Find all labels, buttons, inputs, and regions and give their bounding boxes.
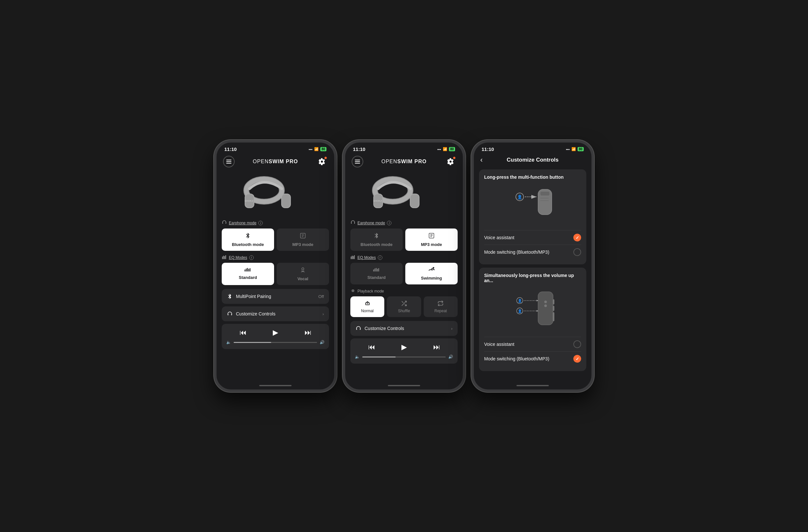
svg-rect-1 <box>226 161 232 162</box>
standard-eq-btn-2[interactable]: Standard <box>350 263 403 285</box>
mode-switching-radio-2[interactable] <box>573 355 581 363</box>
wifi-icon-1: 📶 <box>314 147 319 151</box>
svg-rect-15 <box>225 255 226 259</box>
earphone-mode-icon-1 <box>222 220 227 226</box>
svg-rect-39 <box>376 268 377 272</box>
earphone-mode-info-1[interactable]: i <box>258 221 263 225</box>
volume-track-1[interactable] <box>234 342 317 343</box>
volume-track-2[interactable] <box>362 356 446 357</box>
playback-area-2: ⏮ ▶ ⏭ 🔈 🔊 <box>350 338 458 364</box>
customize-icon-1 <box>227 311 233 317</box>
play-btn-2[interactable]: ▶ <box>401 343 407 351</box>
next-btn-2[interactable]: ⏭ <box>433 343 440 351</box>
signal-icon-1: ▪▪▪ <box>309 147 313 151</box>
svg-rect-33 <box>351 257 351 259</box>
bluetooth-mode-btn-2[interactable]: Bluetooth mode <box>350 228 403 251</box>
shuffle-playback-btn[interactable]: Shuffle <box>387 296 421 317</box>
customize-header: ‹ Customize Controls <box>474 153 591 167</box>
customize-arrow-1: › <box>323 312 324 316</box>
mode-buttons-1: Bluetooth mode ♪ MP3 mode <box>222 228 329 251</box>
normal-playback-btn[interactable]: Normal <box>350 296 384 317</box>
option-voice-assistant-1[interactable]: Voice assistant <box>484 230 581 245</box>
swimming-label-2: Swimming <box>421 276 442 280</box>
svg-rect-2 <box>226 163 232 164</box>
settings-btn-2[interactable] <box>445 156 456 167</box>
standard-eq-btn-1[interactable]: Standard <box>222 263 274 285</box>
playback-mode-text-2: Playback mode <box>357 289 384 293</box>
option-mode-switching-1[interactable]: Mode switching (Bluetooth/MP3) <box>484 245 581 259</box>
status-time-2: 11:10 <box>353 146 365 152</box>
repeat-playback-btn[interactable]: Repeat <box>424 296 458 317</box>
device-svg-2: 👤 👤 <box>507 287 558 332</box>
mode-switching-radio-1[interactable] <box>573 248 581 256</box>
menu-icon-1[interactable] <box>223 156 235 167</box>
phone-2-bezel: 11:10 ▪▪▪ 📶 80 <box>343 140 465 392</box>
volume-fill-2 <box>362 356 396 357</box>
settings-btn-1[interactable] <box>316 156 328 167</box>
voice-assistant-radio-1[interactable] <box>573 234 581 241</box>
home-indicator-2 <box>345 382 463 389</box>
prev-btn-1[interactable]: ⏮ <box>239 328 246 337</box>
customize-section-title-2: Simultaneously long-press the volume up … <box>484 273 581 283</box>
eq-modes-label-1: EQ Modes i <box>222 255 329 260</box>
next-btn-1[interactable]: ⏭ <box>305 328 312 337</box>
customize-controls-row-1[interactable]: Customize Controls › <box>222 307 329 321</box>
customize-controls-left-1: Customize Controls <box>227 311 275 317</box>
signal-icon-3: ▪▪▪ <box>566 147 570 151</box>
customize-arrow-2: › <box>451 326 453 331</box>
repeat-label: Repeat <box>434 309 447 313</box>
playback-controls-1: ⏮ ▶ ⏭ <box>226 328 325 337</box>
home-bar-3 <box>516 385 549 386</box>
phone-2-screen: 11:10 ▪▪▪ 📶 80 <box>345 143 463 389</box>
eq-modes-text-1[interactable]: EQ Modes <box>229 255 247 260</box>
status-icons-2: ▪▪▪ 📶 80 <box>437 147 455 151</box>
multipoint-pairing-left: MultiPoint Pairing <box>227 293 271 299</box>
svg-point-56 <box>544 300 547 303</box>
svg-rect-16 <box>245 270 245 272</box>
vocal-eq-btn-1[interactable]: Vocal <box>277 263 329 285</box>
phone-1-bezel: 11:10 ▪▪▪ 📶 80 <box>214 140 337 392</box>
customize-title: Customize Controls <box>492 157 573 163</box>
eq-modes-info-1[interactable]: i <box>249 255 254 260</box>
playback-area-1: ⏮ ▶ ⏭ 🔈 🔊 <box>222 324 329 349</box>
status-icons-1: ▪▪▪ 📶 80 <box>309 147 327 151</box>
swimming-eq-btn-2[interactable]: Swimming <box>405 263 458 285</box>
svg-point-21 <box>302 268 304 270</box>
svg-rect-0 <box>226 160 232 160</box>
option-voice-assistant-2[interactable]: Voice assistant <box>484 337 581 351</box>
prev-btn-2[interactable]: ⏮ <box>368 343 375 351</box>
svg-rect-19 <box>249 269 249 272</box>
volume-high-icon-1: 🔊 <box>320 340 325 345</box>
settings-icon-2 <box>447 158 454 165</box>
svg-rect-54 <box>553 306 554 311</box>
earphone-mode-text-1[interactable]: Earphone mode <box>229 221 256 225</box>
svg-rect-13 <box>223 256 224 259</box>
customize-controls-row-2[interactable]: Customize Controls › <box>350 321 458 336</box>
bluetooth-mode-label-2: Bluetooth mode <box>361 242 393 247</box>
svg-text:SHOKZ: SHOKZ <box>373 199 382 202</box>
earphone-mode-info-2[interactable]: i <box>387 221 391 225</box>
bluetooth-mode-btn-1[interactable]: Bluetooth mode <box>222 228 274 251</box>
svg-point-57 <box>544 305 547 307</box>
volume-fill-1 <box>234 342 271 343</box>
earphone-mode-label-2: Earphone mode i <box>350 220 458 226</box>
svg-rect-12 <box>222 257 223 259</box>
svg-text:👤: 👤 <box>518 299 522 303</box>
settings-notification-dot-2 <box>453 157 456 159</box>
mode-buttons-2: Bluetooth mode MP3 mode <box>350 228 458 251</box>
multipoint-pairing-row[interactable]: MultiPoint Pairing Off <box>222 289 329 304</box>
option-mode-switching-2[interactable]: Mode switching (Bluetooth/MP3) <box>484 351 581 366</box>
back-button[interactable]: ‹ <box>480 156 492 164</box>
device-image-1: 👤 <box>484 184 581 225</box>
play-btn-1[interactable]: ▶ <box>273 328 278 337</box>
mp3-mode-btn-2[interactable]: MP3 mode <box>405 228 458 251</box>
eq-modes-text-2[interactable]: EQ Modes <box>357 255 376 260</box>
vocal-icon-1 <box>300 267 306 275</box>
eq-modes-info-2[interactable]: i <box>378 255 382 260</box>
voice-assistant-radio-2[interactable] <box>573 340 581 348</box>
mp3-mode-btn-1[interactable]: ♪ MP3 mode <box>277 228 329 251</box>
earphone-mode-text-2[interactable]: Earphone mode <box>357 221 385 225</box>
svg-rect-35 <box>353 256 353 259</box>
menu-icon-2[interactable] <box>352 156 363 167</box>
battery-icon-2: 80 <box>449 147 455 151</box>
